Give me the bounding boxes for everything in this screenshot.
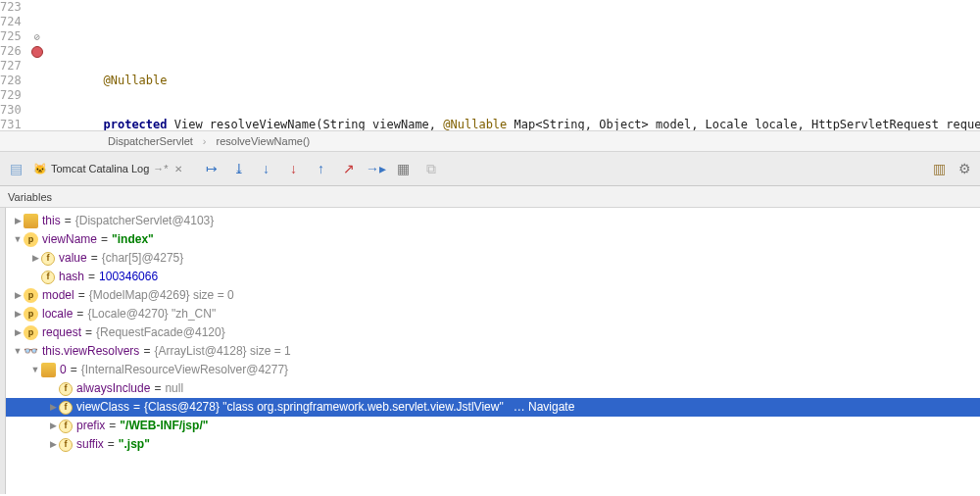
watch-glasses-icon: 👓 xyxy=(24,342,38,361)
variable-row-locale[interactable]: ▶ p locale={Locale@4270} "zh_CN" xyxy=(6,305,980,323)
settings-gear-icon[interactable]: ⚙ xyxy=(956,161,972,176)
debugger-tab-icon[interactable]: ▤ xyxy=(8,161,24,176)
line-number: 725 xyxy=(0,29,22,44)
variable-row-value[interactable]: ▶ f value={char[5]@4275} xyxy=(6,249,980,268)
variable-row-viewname[interactable]: ▼ p viewName="index" xyxy=(6,230,980,249)
variable-row-hash[interactable]: ▶ f hash=100346066 xyxy=(6,268,980,286)
variables-panel-header: Variables xyxy=(0,186,980,208)
force-step-into-icon[interactable]: ↓ xyxy=(286,161,302,176)
collapse-toggle[interactable]: ▼ xyxy=(12,342,24,361)
code-line: @Nullable xyxy=(47,74,980,88)
line-number: 726 xyxy=(0,44,22,59)
code-editor[interactable]: 723 724 725 726 727 728 729 730 731 ⊘ @N… xyxy=(0,0,980,130)
line-number: 727 xyxy=(0,59,22,74)
field-icon: f xyxy=(59,382,73,396)
variable-row-viewresolvers[interactable]: ▼ 👓 this.viewResolvers={ArrayList@4128} … xyxy=(6,342,980,361)
evaluate-expression-icon[interactable]: ▦ xyxy=(396,161,412,176)
line-number: 730 xyxy=(0,103,22,118)
log-tab[interactable]: 🐱 Tomcat Catalina Log →* ✕ xyxy=(27,161,188,177)
trace-current-stream-chain-icon[interactable]: ⧉ xyxy=(423,161,439,176)
breadcrumb: DispatcherServlet › resolveViewName() xyxy=(0,130,980,152)
variable-row-viewclass-selected[interactable]: ▶ f viewClass={Class@4278} "class org.sp… xyxy=(6,398,980,417)
log-tab-suffix: →* xyxy=(153,163,168,174)
field-icon: f xyxy=(41,271,55,284)
field-icon: f xyxy=(41,252,55,266)
expand-toggle[interactable]: ▶ xyxy=(12,286,24,305)
code-area[interactable]: @Nullable protected View resolveViewName… xyxy=(43,0,980,130)
step-over-icon[interactable]: ⤓ xyxy=(231,161,247,176)
code-line: protected View resolveViewName(String vi… xyxy=(47,118,980,130)
line-number: 728 xyxy=(0,74,22,88)
step-out-icon[interactable]: ↑ xyxy=(314,161,329,176)
variable-row-prefix[interactable]: ▶ f prefix="/WEB-INF/jsp/" xyxy=(6,417,980,435)
expand-toggle[interactable]: ▶ xyxy=(47,417,59,435)
object-icon xyxy=(24,214,38,228)
object-icon xyxy=(41,363,56,377)
variables-tree[interactable]: ▶ this={DispatcherServlet@4103} ▼ p view… xyxy=(6,208,980,494)
line-number: 724 xyxy=(0,15,22,29)
step-into-icon[interactable]: ↓ xyxy=(259,161,274,176)
tomcat-icon: 🐱 xyxy=(33,163,47,175)
override-icon[interactable]: ⊘ xyxy=(34,29,40,44)
variable-row-suffix[interactable]: ▶ f suffix=".jsp" xyxy=(6,435,980,454)
breakpoint-icon[interactable] xyxy=(31,46,43,58)
breadcrumb-method[interactable]: resolveViewName() xyxy=(217,135,311,147)
collapse-toggle[interactable]: ▼ xyxy=(29,361,41,379)
line-number: 723 xyxy=(0,0,22,15)
breadcrumb-class[interactable]: DispatcherServlet xyxy=(108,135,193,147)
expand-toggle[interactable]: ▶ xyxy=(47,435,59,454)
field-icon: f xyxy=(59,420,73,433)
variable-row-this[interactable]: ▶ this={DispatcherServlet@4103} xyxy=(6,212,980,230)
restore-layout-icon[interactable]: ▥ xyxy=(931,161,947,176)
show-execution-point-icon[interactable]: ↦ xyxy=(204,161,220,176)
expand-toggle[interactable]: ▶ xyxy=(12,212,24,230)
expand-toggle[interactable]: ▶ xyxy=(12,305,24,323)
code-line xyxy=(47,29,980,44)
variable-row-alwaysinclude[interactable]: ▶ f alwaysInclude=null xyxy=(6,379,980,398)
navigate-link[interactable]: … Navigate xyxy=(514,398,575,417)
field-icon: f xyxy=(59,401,73,415)
chevron-right-icon: › xyxy=(203,135,207,147)
log-tab-label: Tomcat Catalina Log xyxy=(51,163,149,174)
field-icon: f xyxy=(59,438,73,452)
expand-toggle[interactable]: ▶ xyxy=(47,398,59,417)
line-number: 729 xyxy=(0,88,22,103)
collapse-toggle[interactable]: ▼ xyxy=(12,230,24,249)
parameter-icon: p xyxy=(24,307,38,322)
variable-row-request[interactable]: ▶ p request={RequestFacade@4120} xyxy=(6,323,980,342)
parameter-icon: p xyxy=(24,325,38,340)
drop-frame-icon[interactable]: ↗ xyxy=(341,161,357,176)
variable-row-model[interactable]: ▶ p model={ModelMap@4269} size = 0 xyxy=(6,286,980,305)
expand-toggle[interactable]: ▶ xyxy=(12,323,24,342)
expand-toggle[interactable]: ▶ xyxy=(29,249,41,268)
variables-title: Variables xyxy=(8,191,52,203)
debug-toolbar: ▤ 🐱 Tomcat Catalina Log →* ✕ ↦ ⤓ ↓ ↓ ↑ ↗… xyxy=(0,152,980,186)
parameter-icon: p xyxy=(24,288,38,303)
parameter-icon: p xyxy=(24,232,38,247)
variable-row-index0[interactable]: ▼ 0={InternalResourceViewResolver@4277} xyxy=(6,361,980,379)
close-icon[interactable]: ✕ xyxy=(174,164,182,174)
run-to-cursor-icon[interactable]: →▸ xyxy=(368,161,384,176)
line-number-gutter: 723 724 725 726 727 728 729 730 731 xyxy=(0,0,31,130)
gutter-icons: ⊘ xyxy=(31,0,43,130)
line-number: 731 xyxy=(0,118,22,130)
